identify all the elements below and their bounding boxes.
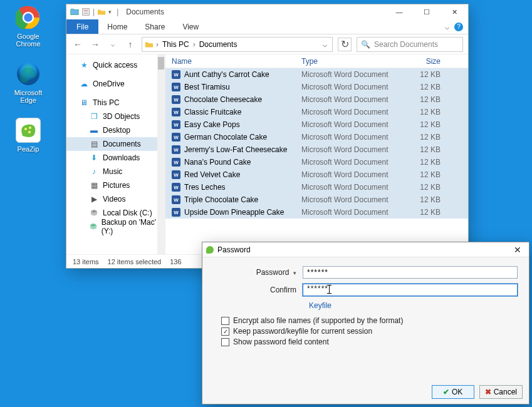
password-input[interactable] (303, 266, 518, 279)
word-icon: W (172, 95, 180, 104)
cross-icon: ✖ (485, 388, 491, 396)
tab-home[interactable]: Home (98, 19, 136, 34)
file-name: Classic Fruitcake (184, 108, 241, 116)
nav-item[interactable]: ▶Videos (66, 192, 165, 206)
tab-share[interactable]: Share (136, 19, 174, 34)
svg-rect-9 (71, 9, 74, 11)
nav-item[interactable]: ❒3D Objects (66, 110, 165, 123)
file-name: Jeremy's Low-Fat Cheesecake (184, 145, 287, 154)
checkbox-row[interactable]: ✓Keep password/keyfile for current sessi… (221, 327, 518, 336)
forward-button[interactable]: → (89, 38, 102, 51)
peazip-icon (206, 246, 214, 254)
chevron-icon[interactable]: › (193, 40, 196, 49)
crumb-this-pc[interactable]: This PC (161, 40, 190, 49)
ok-button[interactable]: ✔OK (432, 385, 474, 399)
nav-item[interactable]: 🖥This PC (66, 96, 165, 110)
file-row[interactable]: WAunt Cathy's Carrot CakeMicrosoft Word … (165, 68, 468, 81)
nav-item[interactable]: ⛃Backup on 'Mac' (Y:) (66, 220, 165, 234)
file-row[interactable]: WEasy Cake PopsMicrosoft Word Document12… (165, 118, 468, 131)
chrome-icon (16, 5, 41, 30)
file-type: Microsoft Word Document (301, 183, 409, 192)
search-input[interactable]: 🔍 Search Documents (357, 37, 463, 52)
file-size: 12 KB (409, 120, 447, 129)
refresh-button[interactable]: ↻ (338, 38, 352, 51)
minimize-button[interactable]: — (385, 4, 413, 19)
file-row[interactable]: WTriple Chocolate CakeMicrosoft Word Doc… (165, 193, 468, 206)
titlebar[interactable]: | ▾ | Documents — ☐ ✕ (66, 4, 468, 19)
file-row[interactable]: WBest TiramisuMicrosoft Word Document12 … (165, 81, 468, 93)
chevron-icon[interactable]: › (156, 40, 159, 49)
file-row[interactable]: WGerman Chocolate CakeMicrosoft Word Doc… (165, 131, 468, 143)
nav-item[interactable]: ▤Documents (66, 137, 165, 151)
file-type: Microsoft Word Document (301, 108, 409, 116)
file-size: 12 KB (409, 195, 447, 204)
file-type: Microsoft Word Document (301, 95, 409, 104)
keyfile-link[interactable]: Keyfile (309, 301, 518, 310)
nav-item[interactable]: ♪Music (66, 165, 165, 178)
properties-icon[interactable] (81, 8, 90, 16)
file-row[interactable]: WNana's Pound CakeMicrosoft Word Documen… (165, 156, 468, 168)
reveal-toggle-icon[interactable]: ▾ (293, 270, 296, 276)
column-headers[interactable]: Name Type Size (165, 54, 468, 68)
checkbox-row[interactable]: Encrypt also file names (if supported by… (221, 316, 518, 325)
dialog-close-button[interactable]: ✕ (510, 245, 525, 255)
word-icon: W (172, 120, 180, 129)
nav-label: Pictures (103, 181, 130, 190)
file-row[interactable]: WJeremy's Low-Fat CheesecakeMicrosoft Wo… (165, 143, 468, 156)
nav-scrollbar[interactable] (157, 54, 165, 254)
file-row[interactable]: WUpside Down Pineapple CakeMicrosoft Wor… (165, 206, 468, 219)
nav-icon: ⛃ (89, 208, 99, 218)
checkbox[interactable]: ✓ (221, 327, 229, 336)
col-name[interactable]: Name (165, 57, 301, 66)
qat-chevron[interactable]: ▾ (108, 9, 112, 15)
checkbox-row[interactable]: Show password field content (221, 337, 518, 346)
nav-item[interactable]: ⬇Downloads (66, 151, 165, 165)
confirm-input[interactable]: ****** (303, 284, 518, 296)
svg-rect-8 (71, 10, 78, 15)
breadcrumb[interactable]: › This PC › Documents ⌵ (142, 37, 333, 52)
nav-label: Music (103, 167, 122, 176)
checkbox[interactable] (221, 338, 229, 346)
status-size: 136 (170, 258, 181, 265)
cancel-button[interactable]: ✖Cancel (479, 385, 523, 399)
word-icon: W (172, 195, 180, 204)
dialog-titlebar[interactable]: Password ✕ (202, 242, 529, 257)
tab-file[interactable]: File (66, 19, 98, 34)
nav-label: Desktop (103, 126, 130, 135)
desktop-icon-peazip[interactable]: PeaZip (9, 118, 48, 153)
folder-small-icon[interactable] (97, 8, 106, 16)
recent-locations-icon[interactable]: ⌵ (107, 38, 119, 51)
col-type[interactable]: Type (301, 57, 409, 66)
nav-label: Videos (103, 195, 125, 204)
maximize-button[interactable]: ☐ (413, 4, 441, 19)
up-button[interactable]: ↑ (124, 38, 137, 51)
nav-icon: ▬ (89, 125, 99, 135)
col-size[interactable]: Size (409, 57, 447, 66)
nav-label: Documents (103, 140, 141, 148)
nav-item[interactable]: ▬Desktop (66, 123, 165, 137)
file-row[interactable]: WChocolate CheesecakeMicrosoft Word Docu… (165, 93, 468, 106)
close-button[interactable]: ✕ (441, 4, 468, 19)
tab-view[interactable]: View (174, 19, 207, 34)
breadcrumb-dropdown-icon[interactable]: ⌵ (320, 40, 330, 49)
desktop-icon-edge[interactable]: Microsoft Edge (9, 61, 48, 104)
nav-item[interactable]: ★Quick access (66, 58, 165, 72)
nav-item[interactable]: ☁OneDrive (66, 77, 165, 91)
status-items: 13 items (73, 258, 99, 265)
svg-point-7 (28, 131, 31, 133)
ribbon-expand-icon[interactable]: ⌵ (445, 23, 449, 31)
password-label: Password (256, 268, 289, 277)
file-row[interactable]: WClassic FruitcakeMicrosoft Word Documen… (165, 106, 468, 118)
checkbox-label: Show password field content (233, 337, 329, 346)
folder-icon (145, 40, 154, 49)
crumb-documents[interactable]: Documents (198, 40, 239, 49)
checkbox[interactable] (221, 317, 229, 325)
back-button[interactable]: ← (71, 38, 84, 51)
file-row[interactable]: WRed Velvet CakeMicrosoft Word Document1… (165, 168, 468, 181)
word-icon: W (172, 133, 180, 142)
nav-item[interactable]: ▦Pictures (66, 178, 165, 192)
desktop-icon-chrome[interactable]: Google Chrome (9, 5, 48, 48)
file-row[interactable]: WTres LechesMicrosoft Word Document12 KB (165, 181, 468, 193)
help-icon[interactable]: ? (454, 23, 463, 31)
file-name: German Chocolate Cake (184, 133, 267, 142)
